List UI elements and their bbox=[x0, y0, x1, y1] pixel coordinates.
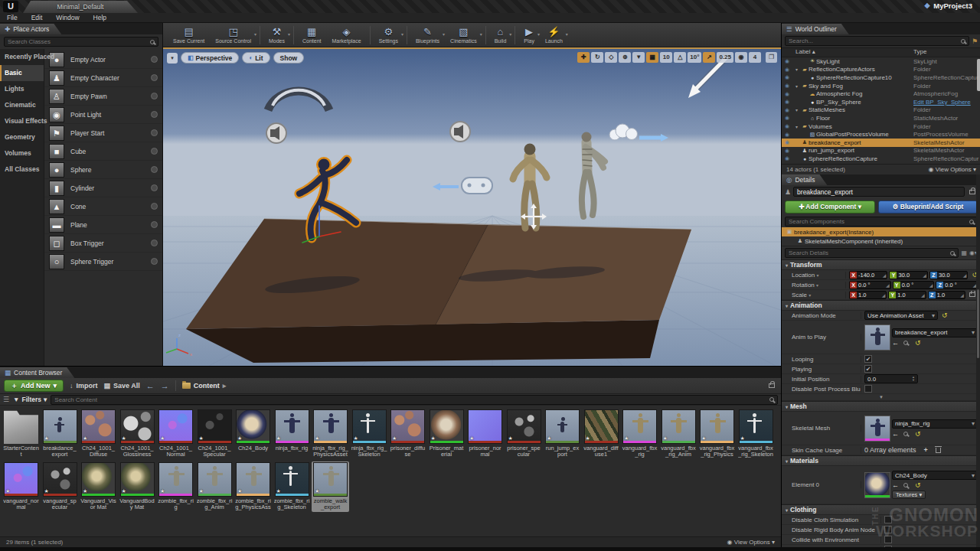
browse-icon[interactable] bbox=[903, 341, 908, 345]
asset-tile-vanguard-fbx-rig[interactable]: ★vanguard_fbx_rig bbox=[621, 409, 658, 459]
outliner-row-spherereflectioncapture10[interactable]: ◉●SphereReflectionCapture10SphereReflect… bbox=[782, 73, 980, 82]
lock-icon[interactable] bbox=[769, 383, 775, 388]
details-scrollbar[interactable] bbox=[976, 174, 980, 551]
class-link-icon[interactable] bbox=[151, 221, 158, 228]
search-classes-input[interactable]: Search Classes bbox=[4, 37, 158, 47]
asset-tile-zombie-fbx-rig-anim[interactable]: ★zombie_fbx_rig_Anim bbox=[196, 461, 234, 512]
outliner-row-skylight[interactable]: ◉☀SkyLightSkyLight bbox=[782, 57, 980, 66]
outliner-row-globalpostprocessvolume[interactable]: ◉▧GlobalPostProcessVolumePostProcessVolu… bbox=[782, 130, 980, 139]
tab-details[interactable]: ◎Details bbox=[782, 174, 827, 185]
place-item-cube[interactable]: ■Cube bbox=[44, 142, 162, 161]
outliner-row-staticmeshes[interactable]: ◉▾▰StaticMeshesFolder bbox=[782, 106, 980, 115]
search-details-input[interactable]: Search Details bbox=[785, 248, 959, 258]
place-category-recently-placed[interactable]: Recently Placed bbox=[0, 49, 44, 65]
eye-icon[interactable]: ◉ bbox=[782, 148, 792, 154]
asset-tile-vanguardbody-mat[interactable]: ★VanguardBody Mat bbox=[119, 461, 156, 512]
asset-tile-vanguard-diffuse1[interactable]: ★vanguard_diffuse1 bbox=[583, 409, 620, 459]
breadcrumb[interactable]: Content▸ bbox=[182, 382, 227, 390]
place-item-cone[interactable]: ▲Cone bbox=[44, 197, 162, 216]
outliner-row-spherereflectioncapture[interactable]: ◉●SphereReflectionCaptureSphereReflectio… bbox=[782, 155, 980, 163]
asset-tile-ch24-1001-diffuse[interactable]: ★Ch24_1001_Diffuse bbox=[80, 409, 117, 459]
textures-dropdown[interactable]: Textures ▾ bbox=[892, 491, 926, 499]
asset-tile-ch24-1001-specular[interactable]: ★Ch24_1001_Specular bbox=[196, 409, 234, 459]
asset-tile-prisoner-normal[interactable]: ★prisoner_normal bbox=[466, 409, 504, 459]
place-category-volumes[interactable]: Volumes bbox=[0, 145, 44, 161]
outliner-search-input[interactable]: Search... bbox=[785, 36, 969, 46]
forward-button[interactable]: → bbox=[161, 381, 169, 390]
use-selected-icon[interactable]: ← bbox=[892, 339, 899, 347]
asset-tile-prisoner-specular[interactable]: ★prisoner_specular bbox=[505, 409, 543, 459]
skeletal-mesh-thumbnail[interactable] bbox=[864, 416, 890, 442]
rotation-y-input[interactable]: Y0.0 °◢ bbox=[893, 281, 935, 289]
outliner-row-run-jump-export[interactable]: ◉♟run_jump_exportSkeletalMeshActor bbox=[782, 147, 980, 155]
eye-icon[interactable]: ◉ bbox=[782, 74, 792, 80]
class-link-icon[interactable] bbox=[151, 184, 158, 191]
viewport-tool-x[interactable]: ◉ bbox=[735, 52, 747, 63]
viewport-tool-x[interactable]: ↻ bbox=[591, 52, 603, 63]
import-button[interactable]: ↓Import bbox=[70, 382, 98, 390]
browse-icon[interactable] bbox=[903, 432, 908, 436]
level-tab[interactable]: Minimal_Default bbox=[23, 1, 138, 13]
chevron-down-icon[interactable]: ▾ bbox=[288, 31, 290, 37]
viewport-tool-x[interactable]: ◇ bbox=[605, 52, 617, 63]
blueprint-add-script-button[interactable]: ⚙ Blueprint/Add Script bbox=[878, 201, 978, 214]
viewport-options-button[interactable]: ▾ bbox=[167, 53, 178, 64]
settings-button[interactable]: ⚙Settings▾ bbox=[374, 24, 403, 47]
asset-tile-zombie-fbx-rig-physicsasset[interactable]: ★zombie_fbx_rig_PhysicsAsset bbox=[234, 461, 272, 512]
eye-icon[interactable]: ◉ bbox=[782, 91, 792, 97]
outliner-row-floor[interactable]: ◉⌂FloorStaticMeshActor bbox=[782, 114, 980, 122]
eye-icon[interactable]: ◉ bbox=[782, 132, 792, 138]
asset-tile-vanguard-fbx-rig-skeleton[interactable]: ★vanguard_fbx_rig_Skeleton bbox=[737, 409, 775, 459]
scale-y-input[interactable]: Y1.0◢ bbox=[888, 291, 926, 299]
save-current-button[interactable]: ▤Save Current bbox=[168, 24, 210, 47]
class-link-icon[interactable] bbox=[151, 93, 158, 99]
menu-help[interactable]: Help bbox=[87, 13, 113, 23]
asset-tile-zombie-fbx-rig[interactable]: ★zombie_fbx_rig bbox=[157, 461, 194, 512]
asset-tile-prisoner-diffuse[interactable]: ★prisoner_diffuse bbox=[389, 409, 426, 459]
eye-icon[interactable]: ◉ bbox=[782, 67, 792, 73]
filters-button[interactable]: ▼Filters ▾ bbox=[13, 396, 47, 403]
place-item-sphere-trigger[interactable]: ○Sphere Trigger bbox=[44, 253, 162, 271]
viewport-tool-x[interactable]: △ bbox=[674, 52, 686, 63]
anim-asset-dropdown[interactable]: breakdance_export▾ bbox=[892, 328, 978, 337]
blueprints-button[interactable]: ✎Blueprints▾ bbox=[410, 24, 445, 47]
back-button[interactable]: ← bbox=[146, 381, 155, 390]
asset-tile-prisoner-material[interactable]: ★Prisoner_material bbox=[428, 409, 466, 459]
class-link-icon[interactable] bbox=[151, 111, 158, 118]
eye-icon[interactable]: ◉ bbox=[782, 99, 792, 105]
place-category-all-classes[interactable]: All Classes bbox=[0, 161, 44, 178]
chevron-down-icon[interactable]: ▾ bbox=[254, 31, 256, 37]
asset-tile-vanguard-fbx-rig-physicsasset[interactable]: ★vanguard_fbx_rig_PhysicsAsset bbox=[698, 409, 736, 459]
asset-tile-run-jump-export[interactable]: ★run_jump_export bbox=[544, 409, 581, 459]
viewport-tool-x[interactable]: ▦ bbox=[646, 52, 658, 63]
reset-icon[interactable]: ↺ bbox=[915, 481, 921, 489]
outliner-row-atmospheric-fog[interactable]: ◉☁Atmospheric FogAtmosphericFog bbox=[782, 90, 980, 98]
looping-checkbox[interactable]: ✔ bbox=[864, 355, 872, 363]
lock-icon[interactable] bbox=[969, 190, 975, 194]
perspective-button[interactable]: ◧Perspective bbox=[181, 52, 239, 64]
marketplace-button[interactable]: ◈Marketplace bbox=[327, 24, 367, 47]
asset-tile-vanguard-normal[interactable]: ★vanguard_normal bbox=[2, 461, 40, 512]
asset-tile-vanguard-fbx-rig-anim[interactable]: ★vanguard_fbx_rig_Anim bbox=[660, 409, 697, 459]
chevron-down-icon[interactable]: ▾ bbox=[401, 31, 403, 37]
asset-tile-ch24-1001-normal[interactable]: ★Ch24_1001_Normal bbox=[157, 409, 194, 459]
actor-name-field[interactable]: breakdance_export bbox=[793, 187, 965, 197]
tab-content-browser[interactable]: ▦Content Browser bbox=[0, 367, 74, 378]
reset-icon[interactable]: ↺ bbox=[915, 430, 921, 438]
viewport-tool-x[interactable]: ✚ bbox=[577, 52, 590, 63]
anim-thumbnail[interactable] bbox=[864, 324, 890, 350]
sources-panel-icon[interactable]: ☰ bbox=[3, 396, 9, 403]
source-control-button[interactable]: ◳Source Control▾ bbox=[210, 24, 256, 47]
launch-button[interactable]: ⚡Launch▾ bbox=[540, 24, 568, 47]
collide-with-environment-checkbox[interactable] bbox=[884, 536, 892, 543]
tab-world-outliner[interactable]: ☰World Outliner bbox=[782, 24, 849, 34]
menu-window[interactable]: Window bbox=[49, 13, 86, 23]
class-link-icon[interactable] bbox=[151, 166, 158, 173]
trash-icon[interactable] bbox=[936, 448, 941, 453]
save-all-button[interactable]: ▤Save All bbox=[104, 382, 140, 390]
modes-button[interactable]: ⚒Modes▾ bbox=[263, 24, 290, 47]
place-item-cylinder[interactable]: ▮Cylinder bbox=[44, 179, 162, 197]
outliner-filter-icon[interactable]: ⚑ bbox=[972, 37, 978, 45]
add-element-icon[interactable]: + bbox=[924, 446, 928, 454]
advanced-expander[interactable]: ▼ bbox=[782, 394, 980, 401]
